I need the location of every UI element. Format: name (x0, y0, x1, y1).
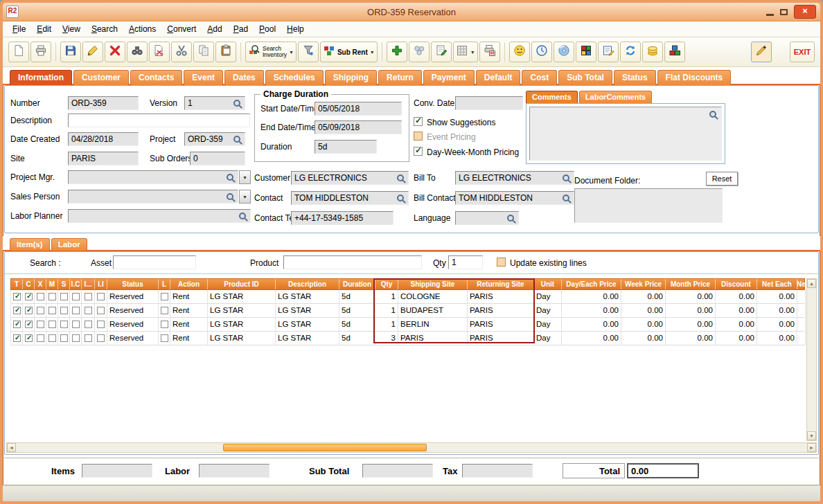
table-cell[interactable]: PARIS (468, 290, 534, 303)
row-checkbox[interactable] (48, 307, 56, 314)
tab-items[interactable]: Item(s) (10, 238, 50, 251)
scroll-left-icon[interactable] (7, 443, 16, 452)
site-field[interactable]: PARIS (68, 152, 139, 165)
table-cell[interactable] (70, 290, 82, 303)
table-cell[interactable] (23, 304, 35, 317)
tab-flat-discounts[interactable]: Flat Discounts (657, 70, 732, 85)
table-cell[interactable]: 5d (339, 318, 375, 331)
table-cell[interactable]: Rent (170, 332, 208, 345)
row-checkbox[interactable] (161, 334, 168, 342)
exit-button[interactable]: EXIT (790, 42, 815, 62)
table-cell[interactable] (95, 304, 107, 317)
row-checkbox[interactable] (60, 321, 68, 328)
scrollbar-thumb[interactable] (223, 444, 427, 451)
column-header[interactable]: Status (107, 279, 159, 289)
table-cell[interactable] (58, 290, 70, 303)
column-header[interactable]: I... (82, 279, 95, 289)
document-folder-box[interactable] (574, 188, 723, 223)
table-cell[interactable]: LG STAR (208, 332, 276, 345)
smiley-button[interactable] (509, 42, 530, 62)
menu-actions[interactable]: Actions (123, 22, 161, 36)
column-header[interactable]: I.C (70, 279, 82, 289)
column-header[interactable]: Day/Each Price (562, 279, 621, 289)
row-checkbox[interactable] (85, 321, 92, 328)
table-cell[interactable] (70, 318, 82, 331)
menu-pad[interactable]: Pad (228, 22, 254, 36)
tab-dates[interactable]: Dates (224, 70, 264, 85)
table-cell[interactable]: 0.00 (666, 318, 716, 331)
table-cell[interactable] (159, 318, 170, 331)
column-header[interactable]: C (23, 279, 35, 289)
table-cell[interactable]: 0.00 (621, 304, 666, 317)
event-pricing-checkbox[interactable] (414, 132, 423, 141)
table-cell[interactable]: LG STAR (208, 290, 276, 303)
product-input[interactable] (283, 255, 422, 269)
table-cell[interactable] (35, 332, 46, 345)
comments-textarea[interactable] (529, 107, 722, 161)
table-cell[interactable] (95, 332, 107, 345)
row-checkbox[interactable] (48, 334, 56, 342)
labor-total-field[interactable] (199, 464, 269, 478)
table-cell[interactable] (35, 290, 46, 303)
table-cell[interactable]: Day (534, 332, 562, 345)
table-cell[interactable]: PARIS (468, 332, 534, 345)
cubes-button[interactable] (576, 42, 596, 62)
row-checkbox[interactable] (97, 321, 105, 328)
row-checkbox[interactable] (13, 334, 21, 342)
table-cell[interactable]: Reserved (107, 290, 159, 303)
table-cell[interactable]: Rent (170, 318, 208, 331)
table-cell[interactable]: 5d (339, 304, 375, 317)
tab-cost[interactable]: Cost (522, 70, 557, 85)
menu-edit[interactable]: Edit (31, 22, 57, 36)
column-header[interactable]: Action (170, 279, 208, 289)
total-value-field[interactable]: 0.00 (627, 463, 699, 478)
table-cell[interactable]: PARIS (468, 304, 534, 317)
row-checkbox[interactable] (48, 321, 56, 328)
column-header[interactable]: Shipping Site (398, 279, 468, 289)
tab-event[interactable]: Event (184, 70, 223, 85)
column-header[interactable]: Net Each (757, 279, 797, 289)
menu-add[interactable]: Add (202, 22, 227, 36)
customer-field[interactable]: LG ELECTRONICS (291, 171, 409, 185)
show-suggestions-checkbox[interactable] (414, 117, 423, 126)
row-checkbox[interactable] (161, 321, 168, 328)
table-cell[interactable]: 0.00 (621, 332, 666, 345)
table-cell[interactable] (23, 332, 35, 345)
tab-contacts[interactable]: Contacts (130, 70, 182, 85)
table-cell[interactable]: PARIS (398, 332, 468, 345)
table-cell[interactable]: 0.00 (621, 318, 666, 331)
date-created-field[interactable]: 04/28/2018 (68, 132, 139, 146)
row-checkbox[interactable] (85, 307, 92, 314)
contact-field[interactable]: TOM HIDDLESTON (291, 191, 409, 205)
row-checkbox[interactable] (85, 293, 92, 300)
clock-button[interactable] (531, 42, 552, 62)
search-inventory-button[interactable]: SearchInventory (245, 42, 297, 62)
lookup-icon[interactable] (397, 194, 406, 203)
column-header[interactable]: Month Price (666, 279, 716, 289)
column-header[interactable]: Description (276, 279, 339, 289)
maximize-button[interactable] (780, 9, 788, 15)
items-total-field[interactable] (82, 464, 152, 478)
tab-return[interactable]: Return (378, 70, 422, 85)
filter-button[interactable] (298, 42, 319, 62)
table-cell[interactable]: 0.00 (757, 304, 797, 317)
contact-tel-field[interactable]: +44-17-5349-1585 (291, 211, 393, 225)
scroll-right-icon[interactable] (807, 443, 816, 452)
row-checkbox[interactable] (72, 334, 80, 342)
convert-document-button[interactable] (149, 42, 170, 62)
language-field[interactable] (455, 211, 519, 225)
table-cell[interactable]: 0.00 (666, 332, 716, 345)
column-header[interactable]: M (46, 279, 58, 289)
row-checkbox[interactable] (37, 321, 44, 328)
print-button[interactable] (30, 42, 51, 62)
row-checkbox[interactable] (37, 307, 44, 314)
column-header[interactable]: L (159, 279, 170, 289)
table-cell[interactable]: LG STAR (208, 304, 276, 317)
tax-field[interactable] (462, 464, 533, 478)
table-cell[interactable]: 0.00 (562, 318, 621, 331)
table-cell[interactable]: 0.00 (716, 290, 757, 303)
table-cell[interactable] (95, 318, 107, 331)
table-cell[interactable]: 5d (339, 290, 375, 303)
cut-button[interactable] (171, 42, 192, 62)
table-cell[interactable]: 0.00 (562, 332, 621, 345)
